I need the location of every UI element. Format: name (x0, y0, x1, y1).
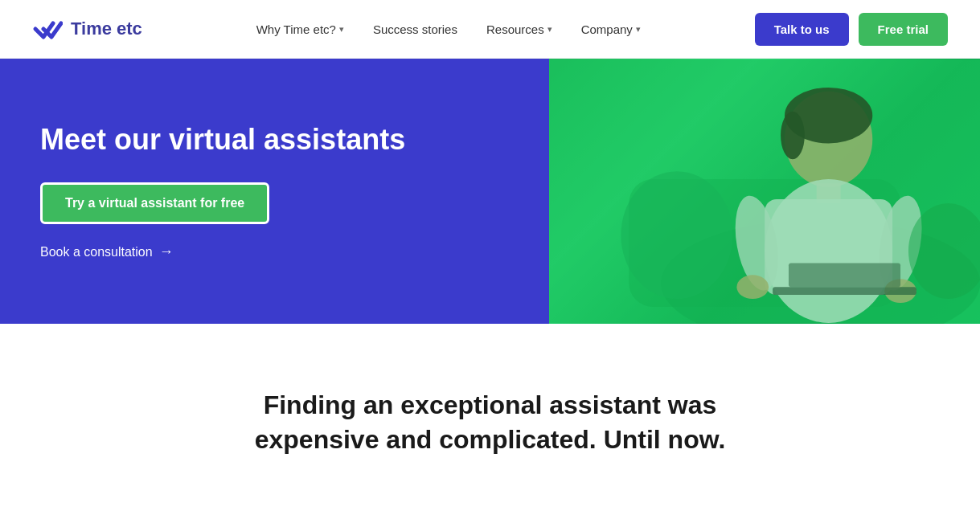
site-header: Time etc Why Time etc? ▾ Success stories… (0, 0, 980, 59)
chevron-down-icon-3: ▾ (636, 24, 641, 35)
chevron-down-icon: ▾ (339, 24, 344, 35)
svg-rect-17 (549, 59, 980, 323)
talk-to-us-button[interactable]: Talk to us (755, 13, 849, 46)
book-consultation-button[interactable]: Book a consultation → (40, 243, 509, 260)
person-illustration (549, 59, 980, 324)
nav-item-success[interactable]: Success stories (362, 16, 469, 43)
header-actions: Talk to us Free trial (755, 13, 948, 46)
hero-image-panel (549, 59, 980, 324)
logo-link[interactable]: Time etc (32, 17, 142, 41)
nav-item-why[interactable]: Why Time etc? ▾ (245, 16, 355, 43)
content-section: Finding an exceptional assistant was exp… (0, 324, 980, 521)
hero-title: Meet our virtual assistants (40, 122, 509, 157)
hero-image (549, 59, 980, 324)
main-nav: Why Time etc? ▾ Success stories Resource… (245, 16, 652, 43)
nav-item-resources[interactable]: Resources ▾ (475, 16, 564, 43)
logo-icon (32, 17, 63, 41)
hero-section: Meet our virtual assistants Try a virtua… (0, 59, 980, 324)
free-trial-button[interactable]: Free trial (859, 13, 948, 46)
chevron-down-icon-2: ▾ (547, 24, 552, 35)
hero-left-panel: Meet our virtual assistants Try a virtua… (0, 59, 549, 324)
try-virtual-assistant-button[interactable]: Try a virtual assistant for free (40, 182, 269, 224)
logo-text: Time etc (71, 18, 142, 39)
nav-item-company[interactable]: Company ▾ (570, 16, 652, 43)
content-heading: Finding an exceptional assistant was exp… (209, 388, 772, 457)
arrow-right-icon: → (159, 243, 174, 260)
